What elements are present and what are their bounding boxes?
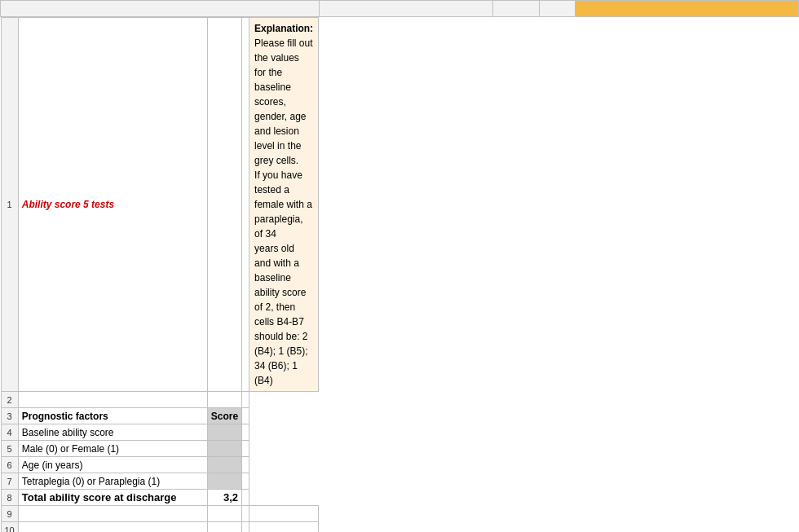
cell-a-6: Age (in years) [18,457,207,473]
cell-c-4 [242,424,249,441]
explanation-line: gender, age and lesion level in the grey… [254,109,313,168]
cell-c-3 [242,408,249,424]
cell-b-1 [207,18,241,392]
row-number: 9 [1,506,18,522]
cell-b-5 [207,441,241,457]
cell-b-4 [207,424,241,441]
cell-a-8: Total ability score at discharge [18,490,207,506]
col-header-d [575,1,798,17]
cell-a-3: Prognostic factors [18,408,207,424]
cell-c-1 [242,18,249,392]
table-row: 9 [1,506,319,522]
row-number: 6 [1,457,18,473]
cell-b-3: Score [207,408,241,424]
cell-c-10 [242,522,249,533]
cell-c-6 [242,457,249,473]
cell-a-1: Ability score 5 tests [18,18,207,392]
column-header-row [1,1,799,17]
row-number: 7 [1,473,18,490]
cell-d-10 [249,522,319,533]
table-row: 7Tetraplegia (0) or Paraplegia (1) [1,473,319,490]
cell-c-2 [242,392,249,408]
cell-c-9 [242,506,249,522]
row-number: 4 [1,424,18,441]
col-header-c [540,1,576,17]
row-number: 2 [1,392,18,408]
table-row: 4Baseline ability score [1,424,319,441]
explanation-title: Explanation: [254,21,313,36]
explanation-line: If you have tested a female with a parap… [254,168,313,241]
corner-cell [1,1,320,17]
cell-b-10 [207,522,241,533]
cell-b-2 [207,392,241,408]
cell-a-5: Male (0) or Female (1) [18,441,207,457]
cell-d-9 [249,506,319,522]
cell-b-8: 3,2 [207,490,241,506]
table-row: 3Prognostic factorsScore [1,408,319,424]
cell-b-9 [207,506,241,522]
cell-a-2 [18,392,207,408]
cell-a-9 [18,506,207,522]
row-number: 8 [1,490,18,506]
row-number: 10 [1,522,18,533]
spreadsheet: 1Ability score 5 testsExplanation:Please… [0,0,799,532]
cell-b-7 [207,473,241,490]
cell-a-10 [18,522,207,533]
col-header-b [492,1,539,17]
cell-b-6 [207,457,241,473]
cell-c-5 [242,441,249,457]
explanation-line: years old and with a baseline ability sc… [254,241,313,314]
table-row: 6Age (in years) [1,457,319,473]
explanation-line: cells B4-B7 should be: 2 (B4); 1 (B5); 3… [254,314,313,388]
row-number: 3 [1,408,18,424]
table-row: 5Male (0) or Female (1) [1,441,319,457]
explanation-line: Please fill out the values for the basel… [254,36,313,109]
col-header-a [319,1,492,17]
cell-a-7: Tetraplegia (0) or Paraplegia (1) [18,473,207,490]
table-row: 8Total ability score at discharge3,2 [1,490,319,506]
row-number: 1 [1,18,18,392]
cell-c-7 [242,473,249,490]
row-number: 5 [1,441,18,457]
table-row: 1Ability score 5 testsExplanation:Please… [1,18,319,392]
cell-d-explanation: Explanation:Please fill out the values f… [249,18,319,392]
table-row: 10 [1,522,319,533]
table-row: 2 [1,392,319,408]
cell-c-8 [242,490,249,506]
cell-a-4: Baseline ability score [18,424,207,441]
